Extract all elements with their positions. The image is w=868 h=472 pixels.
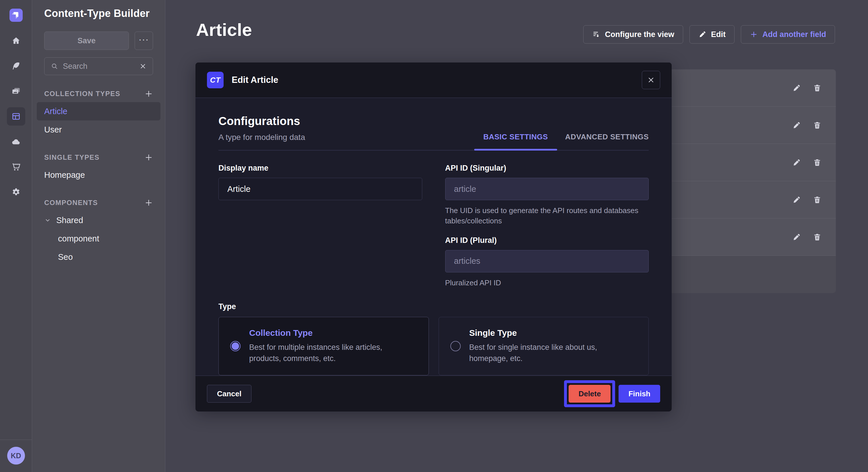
cloud-icon[interactable] <box>7 133 25 151</box>
pencil-icon <box>699 30 706 38</box>
single-type-option[interactable]: Single Type Best for single instance lik… <box>439 317 649 375</box>
search-box <box>44 57 153 75</box>
radio-unselected-icon[interactable] <box>451 341 461 351</box>
add-single-type-icon[interactable] <box>144 153 153 162</box>
sidebar-item-label: Shared <box>56 216 83 225</box>
single-type-description: Best for single instance like about us, … <box>469 342 634 364</box>
display-name-input[interactable] <box>218 178 422 200</box>
sidebar: Content-Type Builder Save ··· COLLECTION… <box>32 0 165 472</box>
sidebar-item-label: Homepage <box>44 170 85 180</box>
cancel-button[interactable]: Cancel <box>207 385 251 403</box>
sidebar-item-component[interactable]: component <box>37 229 160 248</box>
collection-type-description: Best for multiple instances like article… <box>249 342 414 364</box>
modal-footer: Cancel Delete Finish <box>195 375 672 411</box>
media-library-icon[interactable] <box>7 82 25 100</box>
edit-field-pencil-icon[interactable] <box>792 233 801 241</box>
settings-gear-icon[interactable] <box>7 183 25 201</box>
tab-advanced-settings[interactable]: ADVANCED SETTINGS <box>565 133 649 150</box>
edit-field-pencil-icon[interactable] <box>792 84 801 92</box>
sidebar-item-seo[interactable]: Seo <box>37 248 160 266</box>
user-avatar[interactable]: KD <box>7 447 25 465</box>
app-root: KD Content-Type Builder Save ··· COLLECT… <box>0 0 868 472</box>
search-icon <box>51 63 58 70</box>
configure-view-label: Configure the view <box>605 30 674 39</box>
home-icon[interactable] <box>7 32 25 50</box>
delete-button[interactable]: Delete <box>569 385 611 403</box>
chevron-down-icon <box>44 217 51 224</box>
sidebar-item-label: Seo <box>58 252 73 262</box>
icon-rail: KD <box>0 0 32 472</box>
search-input[interactable] <box>63 62 135 71</box>
api-id-plural-input[interactable] <box>445 250 649 272</box>
single-type-title: Single Type <box>469 328 634 338</box>
plus-icon <box>750 30 758 38</box>
delete-field-trash-icon[interactable] <box>813 233 822 241</box>
edit-field-pencil-icon[interactable] <box>792 196 801 204</box>
add-field-label: Add another field <box>763 30 826 39</box>
sidebar-item-user[interactable]: User <box>37 121 160 139</box>
add-component-icon[interactable] <box>144 198 153 207</box>
collection-types-header: COLLECTION TYPES <box>44 90 120 98</box>
settings-tabs: BASIC SETTINGS ADVANCED SETTINGS <box>484 133 649 150</box>
save-button[interactable]: Save <box>44 32 129 50</box>
collection-type-title: Collection Type <box>249 328 414 338</box>
api-id-singular-label: API ID (Singular) <box>445 164 649 173</box>
sidebar-item-label: component <box>58 234 99 243</box>
content-type-builder-icon[interactable] <box>7 107 25 126</box>
modal-body: Configurations A type for modeling data … <box>195 98 672 375</box>
sidebar-item-article[interactable]: Article <box>37 102 160 121</box>
add-another-field-button[interactable]: Add another field <box>741 25 835 43</box>
sidebar-item-label: User <box>44 125 62 134</box>
add-collection-type-icon[interactable] <box>144 90 153 98</box>
configurations-subtitle: A type for modeling data <box>218 133 305 142</box>
close-modal-button[interactable] <box>642 71 660 89</box>
modal-title: Edit Article <box>231 75 278 85</box>
finish-button[interactable]: Finish <box>619 385 660 403</box>
radio-selected-icon[interactable] <box>230 341 241 351</box>
content-type-badge-icon: CT <box>207 72 224 88</box>
api-id-plural-hint: Pluralized API ID <box>445 278 649 288</box>
delete-field-trash-icon[interactable] <box>813 158 822 167</box>
header-actions: Configure the view Edit Add another fiel… <box>583 25 835 43</box>
delete-field-trash-icon[interactable] <box>813 84 822 92</box>
configurations-title: Configurations <box>218 115 305 128</box>
display-name-label: Display name <box>218 164 422 173</box>
delete-field-trash-icon[interactable] <box>813 121 822 130</box>
edit-button[interactable]: Edit <box>689 25 735 43</box>
tab-basic-settings[interactable]: BASIC SETTINGS <box>484 133 548 150</box>
sidebar-item-homepage[interactable]: Homepage <box>37 166 160 184</box>
main-content: Article Configure the view Edit Add anot… <box>165 0 868 472</box>
single-types-header: SINGLE TYPES <box>44 154 100 162</box>
modal-header: CT Edit Article <box>195 63 672 98</box>
clear-search-icon[interactable] <box>140 63 146 70</box>
api-id-singular-hint: The UID is used to generate the API rout… <box>445 205 649 226</box>
edit-article-modal: CT Edit Article Configurations A type fo… <box>195 63 672 410</box>
rail-bottom: KD <box>0 440 32 472</box>
sidebar-group-shared[interactable]: Shared <box>37 211 160 229</box>
type-label: Type <box>218 302 649 311</box>
cart-icon[interactable] <box>7 158 25 176</box>
components-header: COMPONENTS <box>44 199 98 207</box>
delete-field-trash-icon[interactable] <box>813 196 822 204</box>
edit-label: Edit <box>711 30 725 39</box>
collection-type-option[interactable]: Collection Type Best for multiple instan… <box>218 317 429 375</box>
sidebar-item-label: Article <box>44 107 67 116</box>
api-id-plural-label: API ID (Plural) <box>445 236 649 245</box>
strapi-logo-icon[interactable] <box>9 9 23 22</box>
highlight-ring: Delete <box>564 380 615 407</box>
feather-icon[interactable] <box>7 57 25 75</box>
edit-field-pencil-icon[interactable] <box>792 158 801 167</box>
edit-field-pencil-icon[interactable] <box>792 121 801 130</box>
page-title: Article <box>196 20 252 40</box>
filter-list-icon <box>592 30 600 38</box>
plugin-title: Content-Type Builder <box>44 7 153 20</box>
configure-view-button[interactable]: Configure the view <box>583 25 683 43</box>
rail-nav <box>7 32 25 201</box>
more-options-button[interactable]: ··· <box>135 32 153 50</box>
api-id-singular-input[interactable] <box>445 178 649 200</box>
close-icon <box>647 76 655 84</box>
